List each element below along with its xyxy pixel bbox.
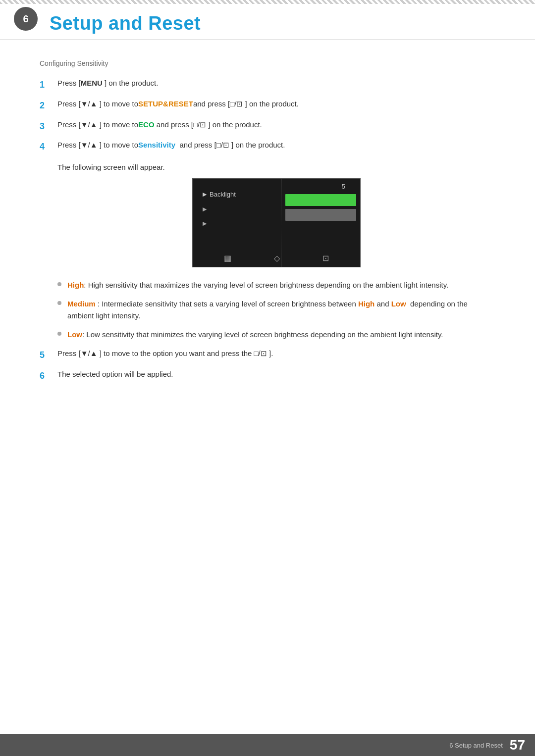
- steps-list: 1 Press [MENU ] on the product. 2 Press …: [40, 77, 495, 154]
- step-3: 3 Press [▼/▲ ] to move toECO and press […: [40, 119, 495, 134]
- steps-list-later: 5 Press [▼/▲ ] to move to the option you…: [40, 348, 495, 383]
- step-3-highlight: ECO: [138, 120, 155, 129]
- bullet-medium-label: Medium: [67, 300, 96, 308]
- step-5-text: Press [▼/▲ ] to move to the option you w…: [57, 348, 273, 359]
- bullet-high: High: High sensitivity that maximizes th…: [57, 279, 495, 291]
- bullet-text-low: Low: Low sensitivity that minimizes the …: [67, 329, 443, 341]
- step-6-num: 6: [40, 368, 57, 383]
- main-content: Configuring Sensitivity 1 Press [MENU ] …: [0, 40, 535, 432]
- osd-icon-brightness: ◇: [274, 253, 280, 263]
- osd-option-medium: [285, 209, 356, 221]
- step-6: 6 The selected option will be applied.: [40, 368, 495, 383]
- step-2-num: 2: [40, 98, 57, 113]
- bullet-dot-high: [57, 282, 61, 286]
- section-title: Configuring Sensitivity: [40, 59, 495, 67]
- osd-icon-enter: ⊡: [322, 253, 329, 263]
- osd-item-1-label: Backlight: [210, 191, 236, 198]
- bullet-dot-low: [57, 332, 61, 336]
- step-5: 5 Press [▼/▲ ] to move to the option you…: [40, 348, 495, 362]
- osd-bottom-bar: ▦ ◇ ⊡: [193, 253, 360, 263]
- osd-option-high: [285, 194, 356, 206]
- osd-box: 5 ▶ Backlight ▶ ▶ ▦ ◇: [192, 178, 361, 267]
- footer-page-number: 57: [510, 737, 525, 753]
- footer-chapter-label: 6 Setup and Reset: [449, 742, 503, 749]
- step-4-text: Press [▼/▲ ] to move toSensitivity and p…: [57, 139, 285, 151]
- step-1-num: 1: [40, 77, 57, 92]
- step-2-highlight: SETUP&RESET: [138, 100, 193, 108]
- step-2-text: Press [▼/▲ ] to move toSETUP&RESETand pr…: [57, 98, 299, 110]
- bullet-list: High: High sensitivity that maximizes th…: [57, 279, 495, 341]
- chapter-circle-label: 6: [23, 13, 28, 25]
- osd-icon-menu: ▦: [224, 253, 231, 263]
- osd-container: 5 ▶ Backlight ▶ ▶ ▦ ◇: [57, 178, 495, 267]
- osd-arrow-3: ▶: [203, 220, 207, 227]
- step-4-num: 4: [40, 139, 57, 154]
- bullet-medium: Medium : Intermediate sensitivity that s…: [57, 298, 495, 322]
- top-stripe: [0, 0, 535, 4]
- step-3-num: 3: [40, 119, 57, 134]
- bullet-medium-high-ref: High: [358, 300, 374, 308]
- bullet-low: Low: Low sensitivity that minimizes the …: [57, 329, 495, 341]
- page-title: Setup and Reset: [50, 13, 535, 34]
- bullet-high-label: High: [67, 281, 84, 289]
- page-footer: 6 Setup and Reset 57: [0, 734, 535, 756]
- follow-text: The following screen will appear.: [57, 163, 495, 171]
- step-1-text: Press [MENU ] on the product.: [57, 77, 158, 89]
- bullet-text-high: High: High sensitivity that maximizes th…: [67, 279, 448, 291]
- osd-arrow-2: ▶: [203, 206, 207, 212]
- step-4: 4 Press [▼/▲ ] to move toSensitivity and…: [40, 139, 495, 154]
- step-4-highlight: Sensitivity: [138, 141, 175, 149]
- bullet-medium-low-ref: Low: [391, 300, 406, 308]
- osd-arrow-1: ▶: [203, 191, 207, 198]
- step-1-bold: MENU: [81, 79, 103, 87]
- page-header: Setup and Reset: [0, 4, 535, 40]
- bullet-low-label: Low: [67, 330, 82, 339]
- bullet-text-medium: Medium : Intermediate sensitivity that s…: [67, 298, 495, 322]
- step-5-num: 5: [40, 348, 57, 362]
- step-1: 1 Press [MENU ] on the product.: [40, 77, 495, 92]
- chapter-circle: 6: [14, 7, 38, 31]
- step-3-text: Press [▼/▲ ] to move toECO and press [□/…: [57, 119, 262, 131]
- step-2: 2 Press [▼/▲ ] to move toSETUP&RESETand …: [40, 98, 495, 113]
- bullet-dot-medium: [57, 301, 61, 305]
- step-6-text: The selected option will be applied.: [57, 368, 173, 380]
